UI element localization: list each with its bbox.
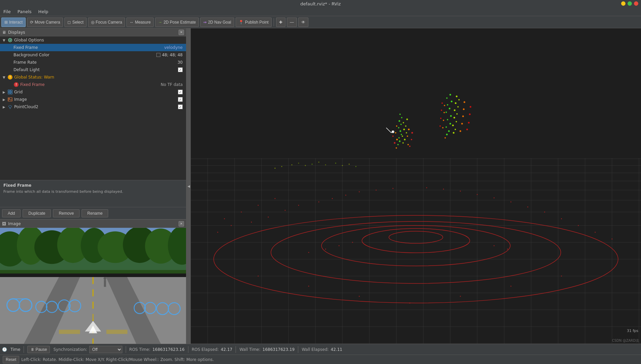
- select-label: Select: [72, 20, 83, 25]
- svg-point-113: [612, 239, 613, 240]
- left-panel: 🖥 Displays ✕ ▼ Global Options: [0, 28, 187, 344]
- svg-point-149: [402, 142, 404, 144]
- svg-point-144: [398, 127, 399, 128]
- fps-counter: 31 fps: [627, 329, 638, 333]
- svg-rect-2: [8, 90, 10, 92]
- image-panel-close[interactable]: ✕: [179, 221, 184, 226]
- svg-point-133: [275, 168, 276, 169]
- ros-time-section: ROS Time: 1686317623.16: [129, 347, 185, 352]
- svg-point-171: [446, 126, 447, 128]
- select-button[interactable]: ◻ Select: [64, 18, 86, 27]
- pointcloud2-icon: [7, 104, 13, 110]
- svg-point-195: [461, 123, 463, 125]
- minimize-btn[interactable]: [621, 1, 625, 6]
- image-icon: [7, 97, 13, 102]
- default-light-row[interactable]: Default Light ✓: [0, 66, 186, 73]
- rename-button[interactable]: Rename: [82, 209, 108, 217]
- svg-point-147: [401, 117, 402, 118]
- grid-arrow: ▶: [3, 90, 7, 94]
- svg-point-154: [405, 125, 406, 127]
- fixed-frame-value: velodyne: [164, 45, 185, 50]
- pointcloud2-row[interactable]: ▶ PointCloud2 ✓: [0, 103, 186, 111]
- svg-point-114: [308, 252, 309, 253]
- frame-rate-row[interactable]: Frame Rate 30: [0, 59, 186, 66]
- svg-point-209: [441, 102, 443, 104]
- svg-point-97: [332, 198, 333, 199]
- displays-panel-close[interactable]: ✕: [179, 30, 184, 35]
- svg-point-136: [342, 165, 343, 166]
- fixed-frame-error-row[interactable]: ! Fixed Frame No TF data: [0, 81, 186, 88]
- svg-point-8: [8, 106, 9, 107]
- svg-rect-6: [8, 98, 12, 101]
- remove-button[interactable]: Remove: [53, 209, 80, 217]
- svg-point-109: [544, 212, 545, 213]
- svg-point-131: [318, 162, 319, 163]
- sync-select[interactable]: Off Approximate Exact: [89, 346, 122, 353]
- window-title: default.rviz* - RViz: [300, 1, 341, 6]
- svg-point-125: [511, 286, 512, 287]
- timebar: 🕐 Time ⏸ Pause Synchronization: Off Appr…: [0, 344, 641, 355]
- wall-time-value: 1686317623.19: [263, 347, 295, 352]
- svg-point-174: [450, 115, 452, 117]
- svg-point-203: [439, 125, 441, 127]
- remove-tool-button[interactable]: —: [287, 18, 297, 27]
- move-camera-label: Move Camera: [35, 20, 60, 25]
- svg-point-122: [359, 296, 360, 297]
- svg-point-152: [406, 132, 407, 133]
- interact-icon: ⊞: [4, 20, 8, 25]
- fixed-frame-row[interactable]: Fixed Frame velodyne: [0, 44, 186, 51]
- image-viewport: [0, 228, 186, 344]
- publish-point-icon: 📍: [239, 20, 244, 25]
- duplicate-button[interactable]: Duplicate: [23, 209, 51, 217]
- move-camera-button[interactable]: ⟳ Move Camera: [27, 18, 63, 27]
- close-btn[interactable]: [634, 1, 638, 6]
- svg-point-120: [258, 276, 259, 277]
- image-row[interactable]: ▶ Image ✓: [0, 96, 186, 103]
- grid-row[interactable]: ▶ Grid ✓: [0, 88, 186, 96]
- collapse-handle[interactable]: ◀: [187, 28, 191, 344]
- frame-rate-label: Frame Rate: [13, 60, 178, 65]
- grid-checkbox: ✓: [178, 90, 185, 95]
- background-color-row[interactable]: Background Color 48; 48; 48: [0, 51, 186, 59]
- global-status-row[interactable]: ▼ ! Global Status: Warn: [0, 73, 186, 81]
- pause-button[interactable]: ⏸ Pause: [27, 346, 50, 353]
- measure-button[interactable]: ↔ Measure: [126, 18, 154, 27]
- svg-point-199: [463, 109, 465, 110]
- image-panel-title: Image: [8, 221, 21, 226]
- menu-file[interactable]: File: [2, 8, 12, 15]
- svg-point-205: [440, 118, 441, 119]
- pose-estimate-button[interactable]: → 2D Pose Estimate: [155, 18, 199, 27]
- menu-panels[interactable]: Panels: [16, 8, 33, 15]
- focus-camera-button[interactable]: ◎ Focus Camera: [88, 18, 125, 27]
- menu-help[interactable]: Help: [37, 8, 50, 15]
- add-button[interactable]: Add: [2, 209, 21, 217]
- svg-point-44: [103, 277, 106, 280]
- svg-point-101: [393, 188, 394, 189]
- svg-point-178: [451, 101, 453, 102]
- svg-point-191: [456, 96, 458, 97]
- svg-point-91: [251, 222, 252, 223]
- grid-icon: [7, 89, 13, 95]
- bg-color-label: Background Color: [13, 53, 156, 57]
- image-label: Image: [14, 97, 178, 102]
- svg-point-115: [325, 249, 326, 250]
- maximize-btn[interactable]: [628, 1, 632, 6]
- add-tool-button[interactable]: ✚: [276, 18, 285, 27]
- publish-point-button[interactable]: 📍 Publish Point: [236, 18, 272, 27]
- interact-label: Interact: [9, 20, 23, 25]
- pause-label: Pause: [35, 347, 47, 352]
- status-help-text: Left-Click: Rotate. Middle-Click: Move X…: [21, 357, 214, 362]
- svg-point-135: [335, 163, 336, 164]
- svg-point-162: [408, 129, 410, 130]
- ros-time-label: ROS Time:: [129, 347, 151, 352]
- svg-point-87: [241, 212, 242, 213]
- svg-point-123: [409, 303, 410, 304]
- view-button[interactable]: 👁: [298, 18, 308, 27]
- pointcloud2-label: PointCloud2: [14, 104, 178, 109]
- reset-button[interactable]: Reset: [3, 356, 19, 363]
- nav-goal-button[interactable]: ⇒ 2D Nav Goal: [200, 18, 234, 27]
- viewport-3d[interactable]: 31 fps CSDN @ZARD流: [191, 28, 641, 344]
- global-options-row[interactable]: ▼ Global Options: [0, 36, 186, 44]
- svg-point-94: [298, 205, 299, 206]
- interact-button[interactable]: ⊞ Interact: [1, 18, 26, 27]
